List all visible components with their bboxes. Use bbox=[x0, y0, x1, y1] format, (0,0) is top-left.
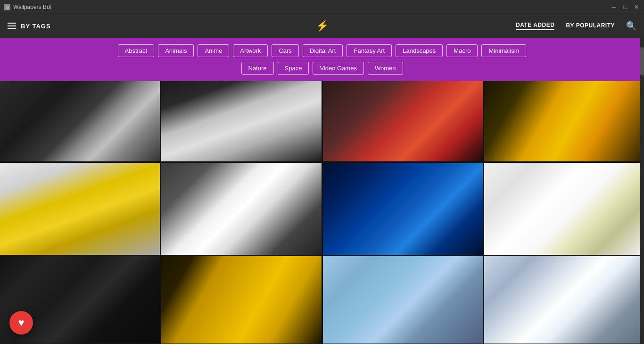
search-button[interactable]: 🔍 bbox=[626, 21, 636, 31]
window-controls[interactable]: ─ □ ✕ bbox=[610, 3, 640, 11]
tag-button-animals[interactable]: Animals bbox=[158, 44, 194, 57]
gallery-item[interactable] bbox=[484, 163, 644, 255]
app-icon: 🤖 bbox=[4, 4, 10, 10]
heart-icon: ♥ bbox=[18, 317, 24, 329]
tag-button-landscapes[interactable]: Landscapes bbox=[396, 44, 443, 57]
nav-title: BY TAGS bbox=[21, 23, 51, 30]
gallery-item[interactable] bbox=[0, 81, 160, 161]
tag-button-space[interactable]: Space bbox=[278, 62, 309, 75]
lightning-icon: ⚡ bbox=[316, 20, 329, 32]
gallery-item[interactable] bbox=[323, 81, 483, 161]
tag-button-anime[interactable]: Anime bbox=[198, 44, 229, 57]
gallery-item[interactable] bbox=[323, 256, 483, 344]
tag-button-digital-art[interactable]: Digital Art bbox=[303, 44, 343, 57]
tag-button-women[interactable]: Women bbox=[368, 62, 403, 75]
scrollbar[interactable] bbox=[640, 38, 644, 344]
sort-by-date-button[interactable]: DATE ADDED bbox=[516, 22, 554, 30]
tag-button-fantasy-art[interactable]: Fantasy Art bbox=[347, 44, 392, 57]
tag-button-minimalism[interactable]: Minimalism bbox=[481, 44, 526, 57]
tag-button-artwork[interactable]: Artwork bbox=[233, 44, 268, 57]
nav-right: DATE ADDED BY POPULARITY 🔍 bbox=[516, 21, 636, 31]
tag-button-cars[interactable]: Cars bbox=[272, 44, 298, 57]
gallery-wrapper bbox=[0, 81, 644, 344]
gallery-item[interactable] bbox=[161, 256, 321, 344]
gallery-grid bbox=[0, 81, 644, 344]
maximize-button[interactable]: □ bbox=[621, 3, 629, 11]
gallery-item[interactable] bbox=[323, 163, 483, 255]
scroll-thumb[interactable] bbox=[640, 47, 644, 76]
close-button[interactable]: ✕ bbox=[633, 3, 640, 11]
tag-button-video-games[interactable]: Video Games bbox=[313, 62, 364, 75]
sort-by-popularity-button[interactable]: BY POPULARITY bbox=[566, 22, 615, 30]
gallery-item[interactable] bbox=[161, 163, 321, 255]
gallery-item[interactable] bbox=[484, 256, 644, 344]
minimize-button[interactable]: ─ bbox=[610, 3, 618, 11]
tags-row-1: AbstractAnimalsAnimeArtworkCarsDigital A… bbox=[118, 44, 527, 57]
tag-button-macro[interactable]: Macro bbox=[446, 44, 478, 57]
nav-center-logo: ⚡ bbox=[316, 20, 329, 32]
favorite-button[interactable]: ♥ bbox=[9, 311, 33, 335]
app-title: Wallpapers Bot bbox=[13, 4, 51, 10]
tags-row-2: NatureSpaceVideo GamesWomen bbox=[241, 62, 403, 75]
gallery-item[interactable] bbox=[161, 81, 321, 161]
nav-bar: BY TAGS ⚡ DATE ADDED BY POPULARITY 🔍 bbox=[0, 14, 644, 38]
tags-section: AbstractAnimalsAnimeArtworkCarsDigital A… bbox=[0, 38, 644, 81]
gallery-item[interactable] bbox=[484, 81, 644, 161]
hamburger-icon[interactable] bbox=[8, 23, 16, 29]
title-bar: 🤖 Wallpapers Bot ─ □ ✕ bbox=[0, 0, 644, 14]
gallery-item[interactable] bbox=[0, 163, 160, 255]
title-bar-left: 🤖 Wallpapers Bot bbox=[4, 4, 51, 10]
nav-menu-toggle[interactable]: BY TAGS bbox=[8, 23, 51, 30]
tag-button-abstract[interactable]: Abstract bbox=[118, 44, 155, 57]
tag-button-nature[interactable]: Nature bbox=[241, 62, 274, 75]
